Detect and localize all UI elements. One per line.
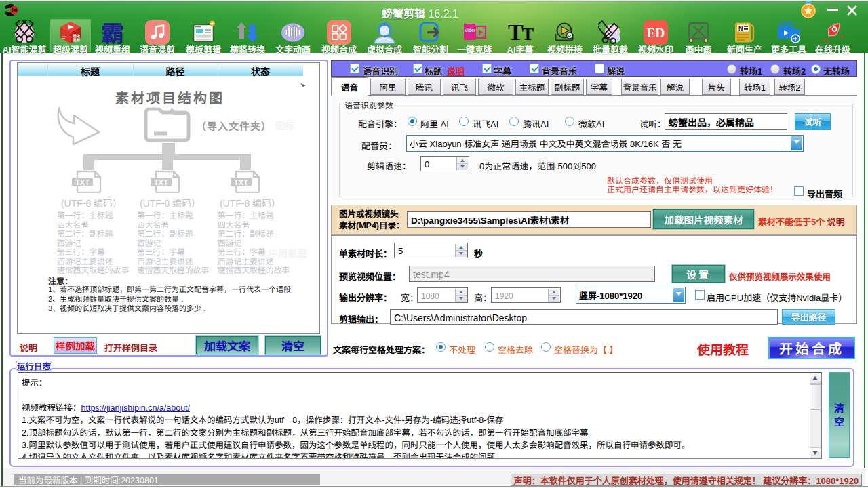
svg-text:ED: ED — [647, 26, 665, 40]
svg-text:混剪: 混剪 — [73, 37, 81, 43]
svg-text:TXT: TXT — [154, 178, 168, 186]
svg-text:N: N — [738, 25, 743, 32]
svg-text:TXT: TXT — [75, 178, 90, 186]
svg-text:TXT: TXT — [234, 178, 248, 186]
